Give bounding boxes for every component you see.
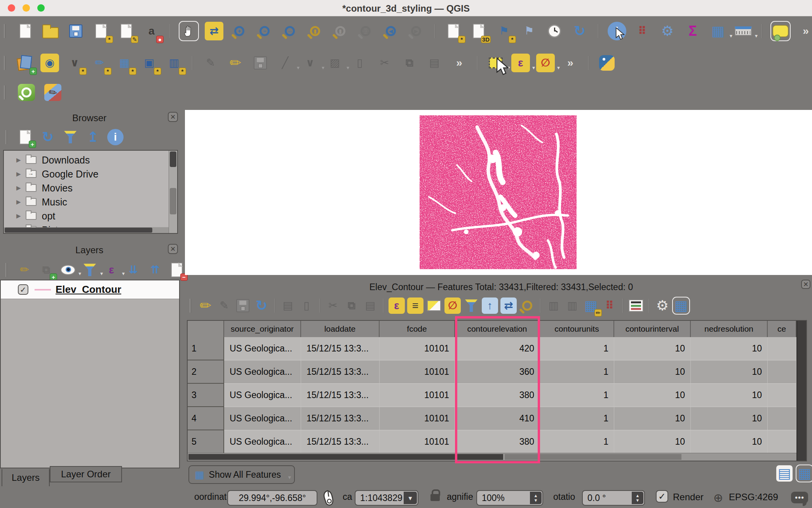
cell-nedresolution[interactable]: 10 [691, 384, 768, 407]
browser-close-icon[interactable]: ✕ [168, 112, 178, 122]
project-save-icon[interactable] [66, 22, 85, 40]
cell-nedresolution[interactable]: 10 [691, 407, 768, 430]
pan-to-selection-icon[interactable]: ⇄ [205, 22, 223, 40]
table-vertical-scrollbar[interactable] [796, 321, 806, 461]
zoom-last-icon[interactable]: ◀ [382, 22, 400, 40]
column-header-source_originator[interactable]: source_originator [224, 321, 301, 337]
digitize-segment-icon[interactable]: ╱▾ [276, 54, 294, 72]
attr-paste-icon[interactable]: ▤ [362, 297, 378, 314]
add-mesh-layer-icon[interactable]: ▦* [115, 54, 134, 72]
cell-fcode[interactable]: 10101 [380, 360, 455, 384]
cell-contourunits[interactable]: 1 [540, 384, 614, 407]
show-statistics-icon[interactable]: Σ [683, 22, 702, 40]
rotation-spin-icons[interactable]: ▲▼ [632, 492, 643, 504]
vertex-tool-icon[interactable]: ∨▾ [301, 54, 319, 72]
collapse-tree-icon[interactable]: ↥ [85, 129, 101, 145]
attr-select-by-expression-icon[interactable]: ε [389, 297, 405, 314]
show-layout-manager-icon[interactable]: ✎ [117, 22, 136, 40]
cell-contourinterval[interactable]: 10 [614, 360, 691, 384]
map-tips-icon[interactable] [771, 22, 790, 40]
cell-loaddate[interactable]: 15/12/15 13:3... [301, 384, 380, 407]
cell-fcode[interactable]: 10101 [380, 337, 455, 360]
refresh-browser-icon[interactable]: ↻ [40, 129, 56, 145]
new-map-view-icon[interactable]: * [444, 22, 463, 40]
attr-zoom-to-selection-icon[interactable] [519, 297, 535, 314]
toolbar-overflow-3-icon[interactable]: » [561, 54, 580, 72]
attr-table-view-icon[interactable]: ▦ [673, 297, 689, 314]
add-vector-layer-icon[interactable]: ◉ [40, 54, 59, 72]
cell-nedresolution[interactable]: 10 [691, 430, 768, 454]
cell-contourinterval[interactable]: 10 [614, 430, 691, 454]
column-header-loaddate[interactable]: loaddate [301, 321, 380, 337]
browser-item-opt[interactable]: ▶opt [4, 209, 177, 223]
zoom-next-icon[interactable]: ▶ [407, 22, 425, 40]
new-geopackage-layer-icon[interactable]: ▥* [165, 54, 183, 72]
cell-ce[interactable] [768, 337, 796, 360]
cell-ce[interactable] [768, 360, 796, 384]
expand-arrow-icon[interactable]: ▶ [16, 212, 21, 219]
attr-dock-table-icon[interactable] [628, 297, 644, 314]
crs-value[interactable]: EPSG:4269 [729, 492, 778, 503]
cell-contourunits[interactable]: 1 [540, 337, 614, 360]
attr-reload-icon[interactable]: ↻ [253, 297, 270, 314]
layer-item-elev-contour[interactable]: ✓ Elev_Contour [1, 280, 179, 299]
refresh-map-icon[interactable]: ↻ [570, 22, 589, 40]
open-attribute-table-icon[interactable]: ▦▾ [709, 22, 727, 40]
new-3d-map-view-icon[interactable]: 3D [469, 22, 488, 40]
scale-combo[interactable]: 1:1043829 ▼ [355, 490, 418, 506]
cell-contourinterval[interactable]: 10 [614, 337, 691, 360]
cell-contourinterval[interactable]: 10 [614, 407, 691, 430]
cell-source_originator[interactable]: US Geologica... [224, 407, 301, 430]
attr-organize-columns-icon[interactable]: ▥ [545, 297, 562, 314]
cell-nedresolution[interactable]: 10 [691, 337, 768, 360]
cell-ce[interactable] [768, 384, 796, 407]
attr-add-feature-icon[interactable]: ▤ [280, 297, 296, 314]
toolbar-overflow-icon[interactable]: » [796, 22, 812, 40]
column-header-contourunits[interactable]: contourunits [540, 321, 614, 337]
cell-source_originator[interactable]: US Geologica... [224, 430, 301, 454]
paste-features-icon[interactable]: ▤ [425, 54, 444, 72]
browser-item-movies[interactable]: ▶Movies [4, 181, 177, 195]
map-canvas[interactable] [185, 110, 812, 275]
toolbar-drag-handle[interactable] [5, 130, 7, 144]
row-number[interactable]: 4 [188, 407, 224, 430]
save-layer-edits-icon[interactable] [251, 54, 270, 72]
browser-item-downloads[interactable]: ▶Downloads [4, 153, 177, 167]
new-spatial-bookmark-icon[interactable]: ⚑* [495, 22, 513, 40]
delete-selected-icon[interactable]: ▯ [350, 54, 369, 72]
new-print-layout-icon[interactable]: * [92, 22, 110, 40]
cell-ce[interactable] [768, 430, 796, 454]
expand-arrow-icon[interactable]: ▶ [16, 170, 21, 177]
cell-contourunits[interactable]: 1 [540, 430, 614, 454]
rotation-spinner[interactable]: 0.0 ° ▲▼ [582, 490, 645, 506]
cell-contourinterval[interactable]: 10 [614, 384, 691, 407]
row-number[interactable]: 2 [188, 360, 224, 384]
cell-ce[interactable] [768, 407, 796, 430]
scale-lock-icon[interactable] [430, 494, 440, 501]
zoom-to-selection-icon[interactable]: ▮ [306, 22, 324, 40]
attr-field-calculator-icon[interactable]: ▦✏ [583, 297, 599, 314]
identify-features-icon[interactable]: i [608, 22, 626, 40]
toggle-editing-icon[interactable]: ✏ [226, 54, 245, 72]
column-header-ce[interactable]: ce [768, 321, 796, 337]
layer-name[interactable]: Elev_Contour [56, 284, 121, 296]
pan-map-icon[interactable] [179, 22, 198, 40]
attr-delete-column-icon[interactable]: ▥ [564, 297, 580, 314]
select-features-icon[interactable]: ▾ [486, 54, 505, 72]
browser-item-music[interactable]: ▶Music [4, 195, 177, 209]
toolbar-drag-handle[interactable] [190, 299, 191, 313]
python-console-icon[interactable] [598, 54, 616, 72]
browser-item-google-drive[interactable]: ▶Google Drive [4, 167, 177, 181]
measure-icon[interactable]: ▾ [734, 22, 753, 40]
tab-layers[interactable]: Layers [2, 469, 50, 487]
filter-legend-icon[interactable]: ▾ [82, 262, 98, 278]
scale-dropdown-icon[interactable]: ▼ [404, 492, 417, 504]
statistical-summary-icon[interactable]: ⠿ [633, 22, 652, 40]
data-source-manager-icon[interactable]: + [16, 54, 34, 72]
cell-source_originator[interactable]: US Geologica... [224, 360, 301, 384]
expand-arrow-icon[interactable]: ▶ [16, 198, 21, 205]
switch-to-table-view-icon[interactable]: ▦ [796, 465, 812, 482]
processing-toolbox-icon[interactable]: ⚙ [658, 22, 677, 40]
column-header-contourinterval[interactable]: contourinterval [614, 321, 691, 337]
cell-fcode[interactable]: 10101 [380, 407, 455, 430]
